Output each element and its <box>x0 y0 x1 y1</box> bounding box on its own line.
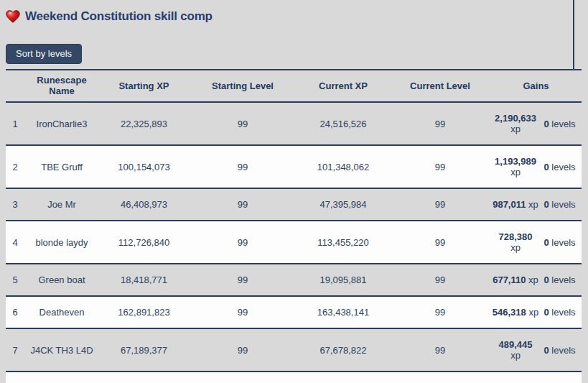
starting-level-cell: 99 <box>189 102 297 145</box>
table-row: 2 TBE Gruff 100,154,073 99 101,348,062 9… <box>6 145 582 188</box>
gain-xp-value: 489,445 <box>499 339 533 350</box>
gain-levels-value: 0 <box>543 307 549 318</box>
table-row: 8 I Am Splott 71,810,461 99 72,267,869 9… <box>6 372 582 383</box>
gain-levels-value: 0 <box>543 119 549 129</box>
starting-level-cell: 99 <box>189 145 297 188</box>
gains-cell: 2,190,633 xp 0 levels <box>490 102 582 145</box>
gain-xp-value: 677,110 <box>493 274 526 285</box>
table-row: 7 J4CK TH3 L4D 67,189,377 99 67,678,822 … <box>6 328 582 372</box>
gain-xp-cell: 457,408 xp <box>492 377 539 383</box>
column-header-current-level: Current Level <box>390 70 490 102</box>
current-level-cell: 99 <box>390 264 490 296</box>
current-xp-cell: 72,267,869 <box>297 372 390 383</box>
current-xp-cell: 67,678,822 <box>297 328 390 372</box>
column-header-rank <box>6 70 24 102</box>
gain-xp-unit: xp <box>528 274 538 285</box>
starting-level-cell: 99 <box>189 328 297 372</box>
table-row: 5 Green boat 18,418,771 99 19,095,881 99… <box>6 264 582 296</box>
table-row: 6 Deatheven 162,891,823 99 163,438,141 9… <box>6 296 582 328</box>
table-row: 3 Joe Mr 46,408,973 99 47,395,984 99 987… <box>6 188 582 221</box>
player-name-cell: Joe Mr <box>24 188 99 221</box>
table-row: 1 IronCharlie3 22,325,893 99 24,516,526 … <box>6 102 582 145</box>
column-header-starting-level: Starting Level <box>189 70 297 102</box>
rank-cell: 1 <box>6 102 24 145</box>
gain-levels-value: 0 <box>543 274 549 285</box>
starting-xp-cell: 22,325,893 <box>99 102 189 145</box>
rank-cell: 6 <box>6 296 24 328</box>
current-level-cell: 99 <box>390 102 490 145</box>
gain-levels-value: 0 <box>543 162 549 172</box>
column-header-gains: Gains <box>490 70 582 102</box>
gain-xp-unit: xp <box>492 242 539 253</box>
column-header-current-xp: Current XP <box>297 70 390 102</box>
rank-cell: 3 <box>6 188 24 221</box>
current-level-cell: 99 <box>390 221 490 264</box>
starting-level-cell: 99 <box>189 264 297 296</box>
gain-levels-cell: 0 levels <box>539 114 580 134</box>
gain-xp-unit: xp <box>492 167 539 177</box>
starting-xp-cell: 46,408,973 <box>99 188 189 221</box>
current-level-cell: 99 <box>390 145 490 188</box>
gains-cell: 677,110 xp 0 levels <box>490 264 582 296</box>
gain-xp-value: 2,190,633 <box>495 113 536 124</box>
gain-xp-unit: xp <box>528 307 538 318</box>
gain-levels-unit: levels <box>551 307 575 318</box>
player-name-cell: IronCharlie3 <box>24 102 99 145</box>
current-level-cell: 99 <box>390 372 490 383</box>
rank-cell: 8 <box>6 372 24 383</box>
gains-cell: 1,193,989 xp 0 levels <box>490 145 582 188</box>
column-header-starting-xp: Starting XP <box>99 70 189 102</box>
gain-xp-cell: 728,380 xp <box>492 226 539 258</box>
gain-xp-cell: 1,193,989 xp <box>492 151 539 183</box>
gain-levels-cell: 0 levels <box>539 157 580 177</box>
page-title: Weekend Constitution skill comp <box>25 9 213 24</box>
sort-by-levels-button[interactable]: Sort by levels <box>6 44 82 64</box>
gain-levels-cell: 0 levels <box>539 194 580 215</box>
gain-levels-value: 0 <box>543 237 549 248</box>
table-row: 4 blonde laydy 112,726,840 99 113,455,22… <box>6 221 582 264</box>
gain-levels-unit: levels <box>551 345 575 356</box>
current-xp-cell: 101,348,062 <box>297 145 390 188</box>
current-level-cell: 99 <box>390 328 490 372</box>
gain-levels-cell: 0 levels <box>539 340 580 361</box>
starting-xp-cell: 18,418,771 <box>99 264 189 296</box>
gains-cell: 987,011 xp 0 levels <box>490 188 582 221</box>
player-name-cell: Green boat <box>24 264 99 296</box>
gains-cell: 728,380 xp 0 levels <box>490 221 582 264</box>
competition-page: Weekend Constitution skill comp Sort by … <box>0 0 588 383</box>
gains-cell: 546,318 xp 0 levels <box>490 296 582 328</box>
gain-levels-unit: levels <box>551 162 575 172</box>
gain-levels-unit: levels <box>551 119 575 129</box>
current-level-cell: 99 <box>390 296 490 328</box>
current-level-cell: 99 <box>390 188 490 221</box>
heart-icon <box>6 10 20 23</box>
starting-level-cell: 99 <box>189 188 297 221</box>
starting-xp-cell: 112,726,840 <box>99 221 189 264</box>
scrollbar-thumb[interactable] <box>573 0 574 70</box>
current-xp-cell: 113,455,220 <box>297 221 390 264</box>
gain-xp-value: 987,011 <box>493 199 526 210</box>
starting-xp-cell: 162,891,823 <box>99 296 189 328</box>
current-xp-cell: 163,438,141 <box>297 296 390 328</box>
gain-xp-value: 1,193,989 <box>495 156 536 167</box>
starting-xp-cell: 67,189,377 <box>99 328 189 372</box>
player-name-cell: J4CK TH3 L4D <box>24 328 99 372</box>
gain-levels-cell: 0 levels <box>539 232 580 253</box>
gain-levels-cell: 0 levels <box>539 269 580 290</box>
column-header-name: Runescape Name <box>24 70 99 102</box>
gain-levels-unit: levels <box>551 237 575 248</box>
gains-cell: 457,408 xp 0 levels <box>490 372 582 383</box>
player-name-cell: blonde laydy <box>24 221 99 264</box>
starting-level-cell: 99 <box>189 221 297 264</box>
gain-levels-value: 0 <box>543 345 549 356</box>
competition-table: Runescape Name Starting XP Starting Leve… <box>6 69 582 383</box>
current-xp-cell: 19,095,881 <box>297 264 390 296</box>
player-name-cell: TBE Gruff <box>24 145 99 188</box>
gain-levels-value: 0 <box>543 199 549 210</box>
gain-levels-cell: 0 levels <box>539 302 580 323</box>
rank-cell: 2 <box>6 145 24 188</box>
rank-cell: 4 <box>6 221 24 264</box>
table-body: 1 IronCharlie3 22,325,893 99 24,516,526 … <box>6 102 582 383</box>
gain-xp-value: 546,318 <box>493 307 526 318</box>
gain-xp-cell: 489,445 xp <box>492 334 539 366</box>
